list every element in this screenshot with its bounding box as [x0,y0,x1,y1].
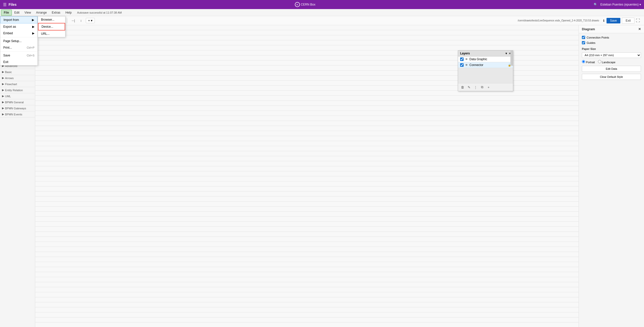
orientation-row: Portrait Landscape [582,60,641,64]
layers-header-controls: ▼ ✕ [505,52,511,55]
menu-save[interactable]: Save Ctrl+S [0,52,37,59]
menu-embed[interactable]: Embed ▶ [0,30,37,37]
cern-logo: ⊕ CERN Box [295,2,315,7]
user-label[interactable]: Esteban Puentes (epuentes) ▾ [600,3,641,6]
canvas-area[interactable]: Layers ▼ ✕ 👁 Data Graphic 👁 Connector 🔒 … [35,25,579,327]
portrait-label: Portrait [582,60,595,64]
landscape-radio[interactable] [598,60,601,63]
main-layout: T ▶ [0,25,644,327]
layers-edit-button[interactable]: ✎ [466,84,472,90]
file-menu-dropdown: Import from ▶ Export as ▶ Embed ▶ Page S… [0,16,38,66]
submenu-url[interactable]: URL... [38,30,65,37]
print-shortcut: Ctrl+P [27,46,34,49]
diagram-settings: Connection Points Guides Paper Size A4 (… [579,33,644,82]
section-basic[interactable]: ▶ Basic [0,69,35,75]
submenu-browser[interactable]: Browser... [38,16,65,23]
layers-delete-button[interactable]: 🗑 [460,84,465,90]
section-flowchart-label: Flowchart [5,83,17,86]
layers-more-button[interactable]: ⋮ [473,84,478,90]
layer-name-connector: Connector [469,63,506,67]
save-shortcut: Ctrl+S [27,54,34,57]
section-arrows-label: Arrows [5,77,14,80]
section-bpmn-general[interactable]: ▶ BPMN General [0,99,35,105]
guides-checkbox[interactable] [582,41,585,44]
fullscreen-button[interactable]: ⛶ [636,18,640,23]
save-button[interactable]: Save [607,18,620,23]
layer-row-connector[interactable]: 👁 Connector 🔒 [458,62,513,68]
menu-print[interactable]: Print... Ctrl+P [0,44,37,51]
layers-add-button[interactable]: + [486,84,491,90]
info-icon: ℹ [603,19,605,22]
menu-help[interactable]: Help [63,10,74,15]
menu-file[interactable]: File [1,10,12,16]
menu-view[interactable]: View [22,10,33,15]
section-uml-arrow: ▶ [2,94,4,98]
section-flowchart[interactable]: ▶ Flowchart [0,81,35,87]
landscape-text: Landscape [602,61,616,64]
section-flowchart-arrow: ▶ [2,82,4,86]
layer-eye-connector[interactable]: 👁 [465,63,468,67]
menu-export-as[interactable]: Export as ▶ [0,23,37,30]
menu-exit[interactable]: Exit [0,59,37,65]
waypoint-group: →| [70,17,76,24]
export-as-arrow: ▶ [32,25,34,28]
diagram-title: Diagram [582,27,595,31]
search-icon[interactable]: 🔍 [594,3,597,6]
menu-edit[interactable]: Edit [12,10,22,15]
landscape-label: Landscape [598,60,616,64]
section-bpmn-gateways[interactable]: ▶ BPMN Gateways [0,105,35,111]
menu-page-setup[interactable]: Page Setup... [0,38,37,44]
layer-eye-data-graphic[interactable]: 👁 [465,58,468,61]
section-uml[interactable]: ▶ UML [0,93,35,99]
layer-checkbox-connector[interactable] [460,63,464,67]
app-title: Files [9,3,17,7]
breadcrumb: /cern/drawio/tests/LiveSequence.vsdx_Ope… [518,19,599,22]
diagram-close-icon[interactable]: ✕ [638,27,641,31]
layer-checkbox-data-graphic[interactable] [460,57,464,61]
waypoint-btn[interactable]: →| [70,17,76,24]
top-action-bar: ↩ ↪ ✕ A B — □ →| ↕ + ▾ /cern/drawio/test… [0,16,644,25]
layer-row-data-graphic[interactable]: 👁 Data Graphic [458,56,513,62]
section-arrows-arrow: ▶ [2,76,4,80]
paper-size-select[interactable]: A4 (210 mm × 297 mm) A3 (297 mm × 420 mm… [582,52,641,58]
section-bpmngw-label: BPMN Gateways [5,107,26,110]
menu-bar: File Edit View Arrange Extras Help Autos… [0,9,644,16]
embed-label: Embed [3,31,13,35]
dropdown-divider-1 [0,37,37,37]
exit-button[interactable]: Exit [622,18,634,24]
add-button[interactable]: + ▾ [86,18,95,23]
submenu-device[interactable]: Device... [38,23,65,30]
import-from-arrow: ▶ [32,18,34,22]
section-entity-relation[interactable]: ▶ Entity Relation [0,87,35,93]
layers-resize-handle[interactable] [510,51,513,66]
connection-points-checkbox[interactable] [582,36,585,39]
hamburger-menu-icon[interactable]: ☰ [3,2,7,7]
menu-extras[interactable]: Extras [49,10,63,15]
layer-name-data-graphic: Data Graphic [469,57,511,61]
section-er-label: Entity Relation [5,89,23,92]
print-label: Print... [3,46,12,49]
section-arrows[interactable]: ▶ Arrows [0,75,35,81]
menu-arrange[interactable]: Arrange [33,10,49,15]
direction-btn[interactable]: ↕ [78,17,84,24]
section-basic-label: Basic [5,71,12,74]
edit-data-button[interactable]: Edit Data [582,66,641,72]
title-bar-center: ⊕ CERN Box [295,2,315,7]
layers-options-button[interactable]: ▼ [505,52,508,55]
layers-duplicate-button[interactable]: ⧉ [479,84,485,90]
section-bpmne-label: BPMN Events [5,113,22,116]
connection-points-label: Connection Points [587,36,609,39]
section-uml-label: UML [5,95,11,98]
layers-toolbar: 🗑 ✎ ⋮ ⧉ + [458,83,513,91]
section-basic-arrow: ▶ [2,70,4,74]
section-bpmn-events[interactable]: ▶ BPMN Events [0,111,35,117]
clear-default-style-button[interactable]: Clear Default Style [582,74,641,80]
layers-empty-area [458,68,513,83]
section-bpmngw-arrow: ▶ [2,107,4,110]
portrait-radio[interactable] [582,60,585,63]
paper-size-label: Paper Size [582,47,641,50]
menu-import-from[interactable]: Import from ▶ [0,16,37,23]
guides-row: Guides [582,41,641,44]
title-bar: ☰ Files ⊕ CERN Box 🔍 Esteban Puentes (ep… [0,0,644,9]
cern-label: CERN Box [301,3,315,6]
